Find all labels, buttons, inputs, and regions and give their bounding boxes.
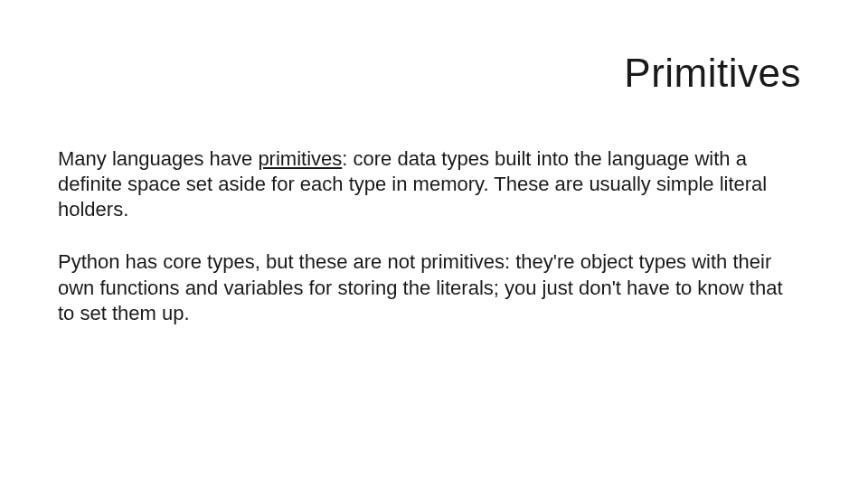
primitives-term: primitives [258, 147, 342, 170]
slide-container: Primitives Many languages have primitive… [0, 0, 868, 488]
paragraph-1: Many languages have primitives: core dat… [58, 146, 801, 222]
paragraph-1-pre: Many languages have [58, 147, 258, 170]
slide-content: Many languages have primitives: core dat… [58, 146, 801, 353]
slide-title: Primitives [624, 51, 801, 96]
paragraph-2: Python has core types, but these are not… [58, 249, 801, 325]
